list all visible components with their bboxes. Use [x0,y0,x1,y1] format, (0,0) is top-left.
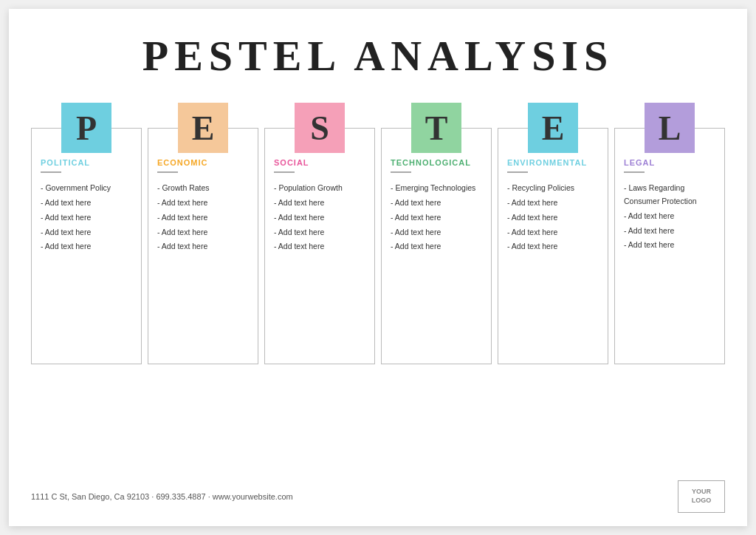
letter-t-3: T [411,103,461,153]
letter-s-2: S [295,103,345,153]
list-item: - Add text here [41,211,132,225]
category-label-political: POLITICAL [41,158,132,167]
divider-legal [624,171,645,173]
list-item: - Recycling Policies [507,182,599,195]
divider-political [41,171,61,173]
list-item: - Add text here [41,197,132,210]
list-item: - Add text here [624,225,715,238]
list-item: - Add text here [507,197,599,210]
list-item: - Add text here [274,211,365,225]
list-item: - Add text here [274,197,365,210]
list-item: - Add text here [157,240,249,253]
list-item: - Add text here [391,211,482,225]
divider-economic [157,171,178,173]
footer-address: 1111 C St, San Diego, Ca 92103 · 699.335… [31,492,293,501]
list-item: - Population Growth [274,182,365,195]
page: PESTEL ANALYSIS PPOLITICAL- Government P… [9,9,747,526]
divider-social [274,171,295,173]
list-item: - Add text here [157,197,249,210]
card-economic: ECONOMIC- Growth Rates- Add text here- A… [148,128,258,364]
list-item: - Add text here [507,240,599,253]
list-item: - Growth Rates [157,182,249,195]
letter-p-0: P [61,103,111,153]
column-technological: TTECHNOLOGICAL- Emerging Technologies- A… [381,103,492,364]
letter-e-4: E [528,103,578,153]
list-item: - Add text here [624,239,715,252]
category-label-environmental: ENVIRONMENTAL [507,158,599,167]
list-item: - Add text here [391,197,482,210]
card-environmental: ENVIRONMENTAL- Recycling Policies- Add t… [498,128,608,364]
logo-box: YOUR LOGO [678,480,725,513]
list-item: - Add text here [274,240,365,253]
items-list-environmental: - Recycling Policies- Add text here- Add… [507,182,599,253]
list-item: - Add text here [507,226,599,239]
list-item: - Add text here [391,226,482,239]
card-political: POLITICAL- Government Policy- Add text h… [31,128,142,364]
list-item: - Add text here [274,226,365,239]
card-legal: LEGAL- Laws Regarding Consumer Protectio… [614,128,725,364]
main-title: PESTEL ANALYSIS [31,31,725,81]
column-legal: LLEGAL- Laws Regarding Consumer Protecti… [614,103,725,364]
category-label-social: SOCIAL [274,158,365,167]
letter-e-1: E [178,103,228,153]
list-item: - Add text here [624,210,715,223]
divider-environmental [507,171,528,173]
list-item: - Add text here [507,211,599,225]
divider-technological [391,171,411,173]
column-economic: EECONOMIC- Growth Rates- Add text here- … [148,103,258,364]
items-list-social: - Population Growth- Add text here- Add … [274,182,365,253]
category-label-technological: TECHNOLOGICAL [391,158,482,167]
column-environmental: EENVIRONMENTAL- Recycling Policies- Add … [498,103,608,364]
category-label-economic: ECONOMIC [157,158,249,167]
items-list-political: - Government Policy- Add text here- Add … [41,182,132,253]
list-item: - Add text here [157,226,249,239]
category-label-legal: LEGAL [624,158,715,167]
items-list-technological: - Emerging Technologies- Add text here- … [391,182,482,253]
column-political: PPOLITICAL- Government Policy- Add text … [31,103,142,364]
card-technological: TECHNOLOGICAL- Emerging Technologies- Ad… [381,128,492,364]
columns-wrapper: PPOLITICAL- Government Policy- Add text … [31,103,725,364]
list-item: - Emerging Technologies [391,182,482,195]
column-social: SSOCIAL- Population Growth- Add text her… [264,103,375,364]
list-item: - Government Policy [41,182,132,195]
list-item: - Add text here [157,211,249,225]
list-item: - Add text here [41,226,132,239]
letter-l-5: L [645,103,695,153]
list-item: - Add text here [391,240,482,253]
card-social: SOCIAL- Population Growth- Add text here… [264,128,375,364]
list-item: - Laws Regarding Consumer Protection [624,182,715,208]
list-item: - Add text here [41,240,132,253]
items-list-economic: - Growth Rates- Add text here- Add text … [157,182,249,253]
items-list-legal: - Laws Regarding Consumer Protection- Ad… [624,182,715,252]
footer: 1111 C St, San Diego, Ca 92103 · 699.335… [31,480,725,513]
